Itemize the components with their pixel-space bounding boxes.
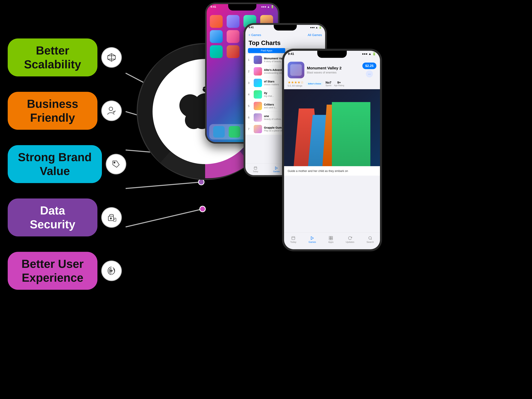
- phone-mid-title: Top Charts: [249, 39, 322, 46]
- lock-doc-icon: [101, 207, 122, 228]
- better-scalability-pill: BetterScalability: [8, 38, 97, 76]
- app-icon-10: [227, 45, 240, 58]
- svg-point-9: [200, 206, 205, 212]
- strong-brand-value-pill: Strong BrandValue: [8, 145, 102, 183]
- game-screenshot: [284, 89, 380, 166]
- cube-icon: [101, 47, 122, 68]
- dock-icon-2: [229, 126, 240, 138]
- business-friendly-text: BusinessFriendly: [27, 97, 78, 125]
- svg-point-17: [110, 218, 112, 219]
- mv2-price-btn[interactable]: $2.25: [362, 63, 376, 69]
- phone-front: 9:41 ●●● ▲ 🔋 Monument Valley 2 Blast wav…: [282, 49, 382, 251]
- mv2-description: Guide a mother and her child as they emb…: [288, 169, 376, 173]
- phone-mid-back: < Games: [249, 33, 261, 37]
- data-security-text: DataSecurity: [30, 204, 75, 231]
- phone-back-signal: ●●● ▲ 🔋: [261, 5, 274, 8]
- business-friendly-pill: BusinessFriendly: [8, 92, 97, 130]
- mv2-title: Monument Valley 2: [307, 66, 360, 70]
- phone-mid-paid[interactable]: Paid Apps: [248, 48, 285, 53]
- mv2-age: 9+: [334, 81, 344, 84]
- app-icon-2: [227, 15, 240, 28]
- svg-rect-31: [292, 237, 295, 240]
- svg-point-14: [109, 107, 113, 111]
- svg-rect-19: [114, 218, 116, 221]
- svg-rect-37: [331, 238, 333, 240]
- better-user-experience-text: Better UserExperience: [21, 257, 84, 285]
- mv2-category: Sports: [325, 84, 331, 87]
- mv2-more-btn[interactable]: ···: [366, 70, 373, 77]
- front-tab-games[interactable]: Games: [309, 236, 316, 243]
- svg-line-6: [126, 182, 201, 189]
- svg-rect-24: [254, 167, 257, 169]
- mv2-editor-choice: Editor's Choice: [308, 83, 321, 85]
- phone-mid-signal: ●●● ▲ 🔋: [310, 26, 322, 29]
- app-icon-5: [210, 30, 223, 43]
- tab-games[interactable]: Games: [273, 166, 280, 173]
- person-check-icon: [101, 101, 122, 121]
- tag-icon: [106, 154, 126, 174]
- fingerprint-icon: [101, 260, 122, 281]
- svg-line-39: [371, 239, 372, 240]
- svg-rect-36: [329, 238, 331, 240]
- business-friendly-item: BusinessFriendly: [8, 92, 126, 130]
- app-icon-1: [210, 15, 223, 28]
- dock-icon-1: [213, 126, 225, 138]
- front-tab-search[interactable]: Search: [367, 236, 374, 243]
- strong-brand-value-text: Strong BrandValue: [18, 150, 92, 178]
- phone-mid-all-games: All Games: [308, 33, 322, 37]
- svg-marker-26: [275, 167, 277, 169]
- svg-rect-35: [331, 236, 333, 238]
- front-tab-apps[interactable]: Apps: [328, 236, 333, 243]
- phone-front-time: 9:41: [288, 52, 294, 56]
- mv2-ratings: 5.0, 64 ratings: [288, 84, 304, 87]
- data-security-pill: DataSecurity: [8, 198, 97, 236]
- svg-marker-33: [311, 237, 314, 240]
- svg-rect-34: [329, 236, 331, 238]
- front-tab-today[interactable]: Today: [290, 236, 296, 243]
- mv2-rank: No7: [325, 81, 331, 84]
- better-user-experience-item: Better UserExperience: [8, 252, 126, 290]
- svg-point-15: [114, 162, 115, 163]
- phone-back-time: 9:41: [210, 5, 216, 8]
- app-icon-6: [227, 30, 240, 43]
- mv2-app-icon: [288, 62, 304, 78]
- data-security-item: DataSecurity: [8, 198, 126, 236]
- mv2-subtitle: Blast waves of enemies: [307, 71, 360, 74]
- better-user-experience-pill: Better UserExperience: [8, 252, 97, 290]
- front-tab-updates[interactable]: Updates: [346, 236, 354, 243]
- app-icon-9: [210, 45, 223, 58]
- labels-container: BetterScalability BusinessFriendly: [8, 38, 126, 290]
- phone-front-tab-bar: Today Games Apps Updates: [284, 233, 380, 249]
- strong-brand-value-item: Strong BrandValue: [8, 145, 126, 183]
- tab-today[interactable]: Today: [253, 166, 258, 173]
- svg-point-38: [369, 237, 371, 239]
- svg-line-8: [126, 209, 203, 227]
- better-scalability-item: BetterScalability: [8, 38, 126, 76]
- main-container: BetterScalability BusinessFriendly: [0, 0, 532, 399]
- phone-front-signal: ●●● ▲ 🔋: [362, 52, 376, 56]
- better-scalability-text: BetterScalability: [24, 44, 81, 71]
- castle-right: [332, 102, 370, 166]
- phone-mid-time: 9:41: [249, 26, 254, 29]
